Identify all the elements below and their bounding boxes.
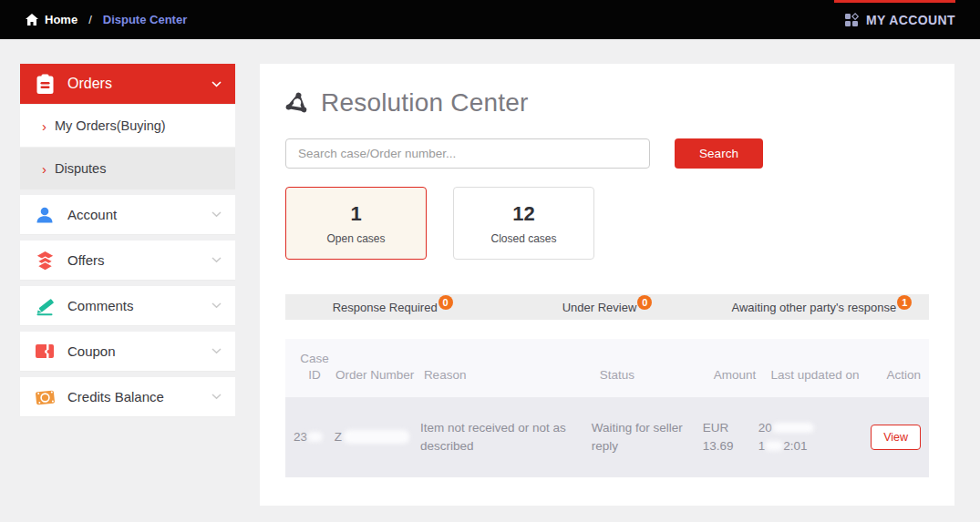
sidebar-item-disputes[interactable]: › Disputes xyxy=(20,147,235,189)
header-reason: Reason xyxy=(424,367,600,384)
top-bar: Home / Dispute Center MY ACCOUNT xyxy=(0,0,980,39)
layers-icon xyxy=(34,250,56,271)
redacted-text xyxy=(307,432,323,442)
sidebar-item-credits-balance[interactable]: Credits Balance xyxy=(20,377,235,417)
chevron-down-icon xyxy=(211,348,222,354)
banknote-icon xyxy=(34,386,56,408)
header-amount: Amount xyxy=(714,367,771,384)
case-id-visible: 23 xyxy=(294,430,307,444)
my-account-label: MY ACCOUNT xyxy=(866,13,955,27)
search-row: Search xyxy=(285,138,929,169)
sidebar-item-offers[interactable]: Offers xyxy=(20,241,235,281)
tab-label: Response Required xyxy=(333,301,438,314)
sidebar-sub-label: Disputes xyxy=(55,161,106,176)
cell-status: Waiting for seller reply xyxy=(592,419,703,456)
order-number-visible: Z xyxy=(335,430,342,444)
breadcrumb-separator: / xyxy=(88,13,92,26)
sidebar-item-account[interactable]: Account xyxy=(20,195,235,235)
tab-label: Under Review xyxy=(562,301,637,314)
cell-order-number: Z xyxy=(335,428,420,446)
chevron-right-icon: › xyxy=(42,162,46,176)
sidebar-item-comments[interactable]: Comments xyxy=(20,286,235,326)
sidebar: Orders › My Orders(Buying) › Disputes Ac… xyxy=(20,64,235,417)
tab-badge: 0 xyxy=(637,295,652,310)
redacted-text xyxy=(344,430,409,444)
sidebar-orders-label: Orders xyxy=(67,76,200,92)
closed-cases-card[interactable]: 12 Closed cases xyxy=(453,187,594,260)
grid-icon xyxy=(844,13,859,27)
resolution-icon xyxy=(285,91,309,115)
breadcrumb: Home / Dispute Center xyxy=(25,13,187,26)
chevron-down-icon xyxy=(211,302,222,309)
ticket-icon xyxy=(34,341,56,363)
closed-cases-label: Closed cases xyxy=(490,232,556,245)
header-order-number: Order Number xyxy=(335,367,424,384)
case-cards: 1 Open cases 12 Closed cases xyxy=(285,187,929,260)
search-button[interactable]: Search xyxy=(675,138,763,169)
sidebar-item-orders[interactable]: Orders xyxy=(20,64,235,104)
header-last-updated: Last updated on xyxy=(771,367,887,384)
updated-time-suffix: 2:01 xyxy=(783,439,807,453)
sidebar-section-label: Account xyxy=(67,207,200,222)
tab-response-required[interactable]: Response Required 0 xyxy=(285,294,500,320)
redacted-text xyxy=(765,441,783,451)
table-header: Case ID Order Number Reason Status Amoun… xyxy=(285,339,929,397)
chevron-down-icon xyxy=(211,394,222,400)
updated-date-visible: 20 xyxy=(758,421,772,435)
account-active-indicator xyxy=(834,0,955,3)
closed-cases-count: 12 xyxy=(512,202,534,226)
tab-badge: 1 xyxy=(897,295,912,310)
open-cases-card[interactable]: 1 Open cases xyxy=(285,187,427,260)
pencil-icon xyxy=(34,295,56,317)
page-title: Resolution Center xyxy=(321,88,529,118)
sidebar-section-label: Credits Balance xyxy=(67,389,200,404)
status-tabs: Response Required 0 Under Review 0 Await… xyxy=(285,294,929,320)
tab-under-review[interactable]: Under Review 0 xyxy=(500,294,714,320)
cell-reason: Item not received or not as described xyxy=(420,419,592,456)
header-status: Status xyxy=(600,367,714,384)
view-button[interactable]: View xyxy=(871,425,921,450)
disputes-table: Case ID Order Number Reason Status Amoun… xyxy=(285,339,929,477)
redacted-text xyxy=(772,423,814,433)
tab-badge: 0 xyxy=(438,295,453,310)
sidebar-section-label: Offers xyxy=(67,252,200,268)
clipboard-icon xyxy=(34,73,56,95)
header-action: Action xyxy=(886,367,921,384)
cell-action: View xyxy=(871,425,921,450)
open-cases-count: 1 xyxy=(350,202,361,226)
chevron-down-icon xyxy=(211,257,222,263)
sidebar-item-coupon[interactable]: Coupon xyxy=(20,332,235,372)
search-input[interactable] xyxy=(285,138,650,169)
main-panel: Resolution Center Search 1 Open cases 12… xyxy=(260,64,954,506)
my-account-button[interactable]: MY ACCOUNT xyxy=(844,13,955,27)
breadcrumb-current[interactable]: Dispute Center xyxy=(103,13,187,26)
updated-time-visible: 1 xyxy=(758,439,766,453)
sidebar-sub-label: My Orders(Buying) xyxy=(55,118,166,133)
table-row: 23 Z Item not received or not as describ… xyxy=(285,397,929,477)
user-icon xyxy=(34,204,56,226)
open-cases-label: Open cases xyxy=(326,232,385,245)
breadcrumb-home-link[interactable]: Home xyxy=(45,13,77,26)
cell-last-updated: 20 12:01 xyxy=(758,419,871,456)
amount-value: 13.69 xyxy=(703,437,758,455)
chevron-down-icon xyxy=(211,81,222,87)
title-row: Resolution Center xyxy=(285,88,929,118)
sidebar-section-label: Comments xyxy=(67,298,200,313)
cell-amount: EUR 13.69 xyxy=(703,419,758,456)
header-case-id: Case ID xyxy=(294,351,335,384)
chevron-right-icon: › xyxy=(42,119,46,133)
tab-label: Awaiting other party's response xyxy=(731,301,896,314)
tab-awaiting-response[interactable]: Awaiting other party's response 1 xyxy=(715,294,929,320)
home-icon xyxy=(25,14,38,26)
cell-case-id: 23 xyxy=(294,428,335,446)
amount-currency: EUR xyxy=(703,419,758,437)
chevron-down-icon xyxy=(211,211,222,218)
sidebar-item-my-orders-buying[interactable]: › My Orders(Buying) xyxy=(20,104,235,147)
sidebar-section-label: Coupon xyxy=(67,343,200,359)
